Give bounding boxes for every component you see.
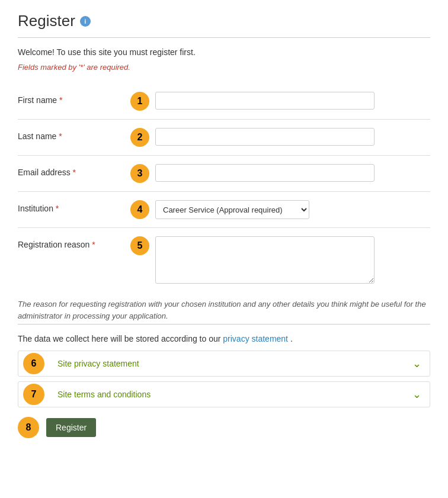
step-7-badge: 7 bbox=[23, 384, 44, 405]
reason-section: Registration reason * 5 bbox=[18, 228, 430, 294]
page-header: Register i bbox=[18, 12, 430, 30]
header-divider bbox=[18, 37, 430, 38]
first-name-label: First name * bbox=[18, 92, 124, 105]
step-8-badge: 8 bbox=[18, 417, 39, 438]
welcome-text: Welcome! To use this site you must regis… bbox=[18, 47, 430, 57]
email-input[interactable] bbox=[155, 164, 375, 182]
step-6-badge: 6 bbox=[23, 353, 44, 374]
reason-textarea[interactable] bbox=[155, 236, 375, 284]
email-control bbox=[155, 164, 430, 182]
privacy-accordion-header[interactable]: Site privacy statement ⌄ bbox=[49, 351, 430, 376]
email-section: Email address * 3 bbox=[18, 156, 430, 192]
info-icon[interactable]: i bbox=[80, 16, 91, 27]
step-5-badge: 5 bbox=[130, 236, 149, 255]
reason-required: * bbox=[92, 240, 95, 249]
last-name-label: Last name * bbox=[18, 128, 124, 141]
privacy-accordion: 6 Site privacy statement ⌄ bbox=[18, 351, 430, 377]
last-name-section: Last name * 2 bbox=[18, 120, 430, 156]
last-name-input[interactable] bbox=[155, 128, 375, 146]
terms-accordion-label: Site terms and conditions bbox=[57, 390, 151, 399]
register-button[interactable]: Register bbox=[46, 418, 96, 437]
institution-required: * bbox=[56, 204, 59, 213]
institution-section: Institution * 4 Career Service (Approval… bbox=[18, 192, 430, 228]
email-label: Email address * bbox=[18, 164, 124, 177]
required-note: Fields marked by '*' are required. bbox=[18, 63, 430, 72]
last-name-control bbox=[155, 128, 430, 146]
privacy-chevron-icon: ⌄ bbox=[412, 357, 421, 370]
page-title: Register bbox=[18, 12, 75, 30]
first-name-control bbox=[155, 92, 430, 110]
terms-chevron-icon: ⌄ bbox=[412, 388, 421, 401]
privacy-text: The data we collect here will be stored … bbox=[18, 334, 430, 343]
submit-section: 8 Register bbox=[18, 417, 430, 438]
email-required: * bbox=[73, 168, 76, 177]
first-name-section: First name * 1 bbox=[18, 83, 430, 120]
step-4-badge: 4 bbox=[130, 200, 149, 219]
step-1-badge: 1 bbox=[130, 92, 149, 111]
first-name-input[interactable] bbox=[155, 92, 375, 110]
institution-select[interactable]: Career Service (Approval required) bbox=[155, 200, 309, 219]
step-3-badge: 3 bbox=[130, 164, 149, 183]
reason-label: Registration reason * bbox=[18, 236, 124, 249]
privacy-accordion-label: Site privacy statement bbox=[57, 359, 139, 368]
step-2-badge: 2 bbox=[130, 128, 149, 147]
terms-accordion-header[interactable]: Site terms and conditions ⌄ bbox=[49, 382, 430, 407]
hint-divider bbox=[18, 324, 430, 324]
institution-label: Institution * bbox=[18, 200, 124, 213]
privacy-link[interactable]: privacy statement bbox=[223, 334, 288, 343]
terms-accordion: 7 Site terms and conditions ⌄ bbox=[18, 381, 430, 407]
reason-control bbox=[155, 236, 430, 285]
institution-control: Career Service (Approval required) bbox=[155, 200, 430, 219]
first-name-required: * bbox=[59, 95, 62, 105]
reason-hint: The reason for requesting registration w… bbox=[18, 298, 430, 322]
last-name-required: * bbox=[59, 131, 62, 141]
